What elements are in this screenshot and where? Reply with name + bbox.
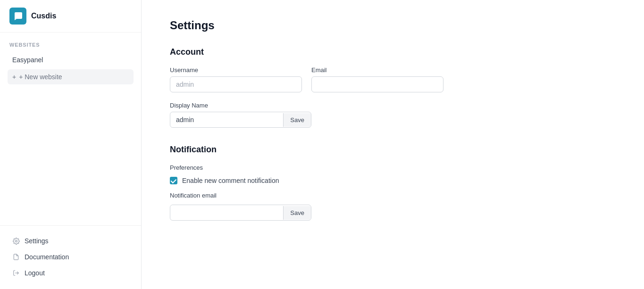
enable-notification-checkbox[interactable] [170, 177, 177, 184]
notification-email-input-group: Save [170, 205, 311, 221]
sidebar-content: WEBSITES Easypanel + + New website [0, 33, 141, 225]
new-website-label: + New website [19, 73, 62, 81]
display-name-input[interactable] [170, 112, 283, 127]
page-title: Settings [170, 19, 616, 32]
gear-icon [12, 237, 20, 245]
doc-icon [12, 253, 20, 261]
enable-notification-label: Enable new comment notification [182, 177, 279, 184]
notification-email-group: Notification email Save [170, 192, 616, 221]
account-section: Account Username Email Display Name Save [170, 47, 616, 128]
sidebar-item-logout[interactable]: Logout [8, 265, 134, 281]
new-website-button[interactable]: + + New website [8, 69, 134, 84]
sidebar-footer: Settings Documentation Logout [0, 225, 141, 289]
sidebar: Cusdis WEBSITES Easypanel + + New websit… [0, 0, 142, 289]
display-name-group: Display Name Save [170, 102, 616, 128]
account-section-title: Account [170, 47, 616, 57]
email-group: Email [311, 66, 443, 92]
username-input[interactable] [170, 76, 302, 92]
username-group: Username [170, 66, 302, 92]
sidebar-item-documentation[interactable]: Documentation [8, 249, 134, 264]
notification-checkbox-row: Enable new comment notification [170, 177, 616, 184]
website-item-easypanel[interactable]: Easypanel [8, 52, 134, 67]
plus-icon: + [12, 73, 16, 81]
email-input[interactable] [311, 76, 443, 92]
username-label: Username [170, 66, 302, 74]
notification-email-label: Notification email [170, 192, 616, 199]
account-form-row-1: Username Email [170, 66, 616, 92]
documentation-label: Documentation [25, 253, 69, 261]
app-logo-icon [9, 8, 26, 25]
logout-label: Logout [25, 269, 45, 277]
settings-label: Settings [25, 237, 49, 245]
display-name-save-button[interactable]: Save [283, 113, 311, 127]
notification-email-input[interactable] [170, 205, 283, 220]
notification-section-title: Notification [170, 145, 616, 155]
logout-icon [12, 269, 20, 277]
email-label: Email [311, 66, 443, 74]
main-content: Settings Account Username Email Display … [142, 0, 644, 289]
preferences-label: Preferences [170, 164, 616, 171]
svg-point-0 [15, 240, 17, 242]
notification-section: Notification Preferences Enable new comm… [170, 145, 616, 221]
display-name-input-group: Save [170, 112, 311, 128]
websites-section-label: WEBSITES [8, 42, 134, 48]
app-name: Cusdis [31, 12, 56, 20]
notification-email-save-button[interactable]: Save [283, 206, 311, 220]
sidebar-header: Cusdis [0, 0, 141, 33]
display-name-label: Display Name [170, 102, 616, 109]
sidebar-item-settings[interactable]: Settings [8, 233, 134, 248]
